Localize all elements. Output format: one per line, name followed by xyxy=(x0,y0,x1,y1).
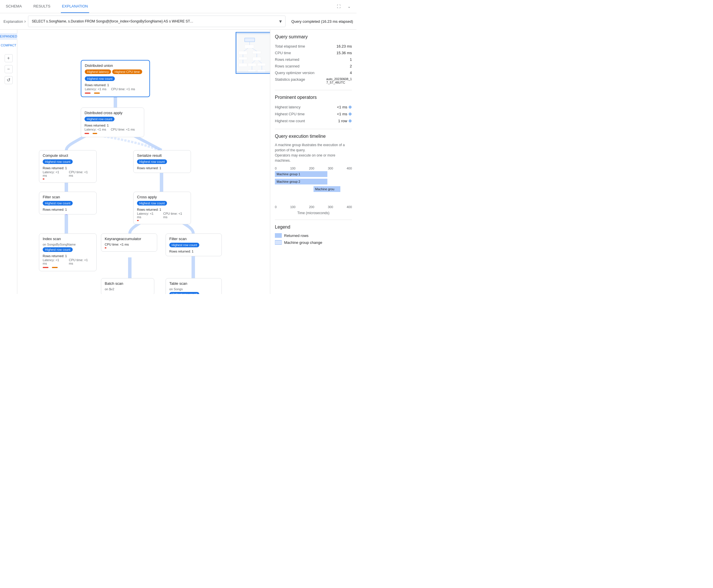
badge-is-row: Highest row count xyxy=(43,247,73,252)
zoom-out-btn[interactable]: − xyxy=(5,65,13,73)
stat-total-elapsed: Total elapsed time 16.23 ms xyxy=(275,43,352,49)
compact-view-btn[interactable]: COMPACT xyxy=(0,42,19,49)
zoom-reset-btn[interactable]: ↺ xyxy=(5,76,13,84)
node-is-subtitle: on SongsBySongName xyxy=(43,243,93,246)
svg-line-27 xyxy=(252,48,257,51)
timeline-x-axis-bottom: 0100200300400 xyxy=(275,205,352,209)
node-sr-rows: Rows returned: 1 xyxy=(137,166,187,170)
node-du-timing: Latency: <1 ms CPU time: <1 ms xyxy=(85,87,146,91)
svg-rect-16 xyxy=(239,51,247,55)
node-cs-rows: Rows returned: 1 xyxy=(43,166,93,170)
timeline-bar-1: Machine group 1 xyxy=(275,171,352,177)
tab-schema[interactable]: SCHEMA xyxy=(5,0,23,13)
node-cross-apply[interactable]: Cross apply Highest row count Rows retur… xyxy=(133,192,191,224)
legend-returned-rows: Returned rows xyxy=(275,233,352,238)
timeline-bar-2: Machine group 2 xyxy=(275,179,352,185)
tab-results[interactable]: RESULTS xyxy=(32,0,52,13)
stat-optimizer-version: Query optimizer version 4 xyxy=(275,69,352,76)
svg-rect-21 xyxy=(248,63,256,66)
zoom-in-btn[interactable]: + xyxy=(5,54,13,62)
badge-fs1-row: Highest row count xyxy=(43,201,73,206)
node-is-timing: Latency: <1 ms CPU time: <1 ms xyxy=(43,258,93,265)
query-text: SELECT s.SongName, s.Duration FROM Songs… xyxy=(32,19,193,23)
stat-stats-package-label: Statistics package xyxy=(275,77,305,84)
node-dca-timing: Latency: <1 ms CPU time: <1 ms xyxy=(84,128,141,131)
op-highest-row-value: 1 row ⊕ xyxy=(338,119,352,123)
query-status: Query completed (16.23 ms elapsed) xyxy=(291,19,353,24)
badge-dca-row: Highest row count xyxy=(84,117,115,121)
op-highest-cpu-label: Highest CPU time xyxy=(275,112,305,116)
node-is-title: Index scan xyxy=(43,237,93,241)
stat-stats-package-value: auto_20230608_17_57_46UTC xyxy=(326,77,352,84)
op-highest-row-link[interactable]: ⊕ xyxy=(348,119,352,123)
node-dca-title: Distributed cross apply xyxy=(84,111,141,115)
badge-fs2-row: Highest row count xyxy=(169,243,199,247)
node-distributed-cross-apply[interactable]: Distributed cross apply Highest row coun… xyxy=(81,107,144,137)
node-filter-scan-1[interactable]: Filter scan Highest row count Rows retur… xyxy=(39,192,97,214)
svg-rect-20 xyxy=(239,63,247,67)
expanded-view-btn[interactable]: EXPANDED xyxy=(0,33,20,40)
stat-total-elapsed-value: 16.23 ms xyxy=(337,44,352,48)
node-du-rows: Rows returned: 1 xyxy=(85,83,146,87)
node-dca-rows: Rows returned: 1 xyxy=(84,124,141,127)
badge-highest-latency: Highest latency xyxy=(85,69,111,74)
query-dropdown-icon[interactable]: ▾ xyxy=(279,18,282,24)
prominent-operators-section: Prominent operators Highest latency <1 m… xyxy=(275,95,352,124)
legend-machine-group-icon xyxy=(275,240,282,245)
breadcrumb[interactable]: Explanation › xyxy=(3,19,26,24)
tab-bar: SCHEMA RESULTS EXPLANATION ⛶ ⌄ xyxy=(0,0,356,13)
stat-total-elapsed-label: Total elapsed time xyxy=(275,44,305,48)
node-keyrange-accumulator[interactable]: Keyrangeaccumulator CPU time: <1 ms xyxy=(101,233,157,252)
badge-ts-row: Highest row count xyxy=(169,292,199,294)
badge-highest-cpu: Highest CPU time xyxy=(112,69,142,74)
op-highest-latency-link[interactable]: ⊕ xyxy=(348,105,352,109)
node-ts-title: Table scan xyxy=(169,281,218,286)
stat-cpu-time-value: 15.36 ms xyxy=(337,51,352,55)
op-highest-row: Highest row count 1 row ⊕ xyxy=(275,117,352,124)
node-fs1-rows: Rows returned: 1 xyxy=(43,208,93,211)
node-ts-subtitle: on Songs xyxy=(169,287,218,291)
stat-rows-returned: Rows returned 1 xyxy=(275,56,352,63)
node-index-scan[interactable]: Index scan on SongsBySongName Highest ro… xyxy=(39,233,97,271)
divider-3 xyxy=(275,219,352,220)
query-summary-title: Query summary xyxy=(275,34,352,40)
node-batch-scan[interactable]: Batch scan on $v2 xyxy=(101,278,154,294)
breadcrumb-arrow: › xyxy=(24,19,26,24)
node-serialize-result[interactable]: Serialize result Highest row count Rows … xyxy=(133,150,191,173)
svg-rect-15 xyxy=(245,45,254,48)
query-bar: Explanation › SELECT s.SongName, s.Durat… xyxy=(0,13,356,30)
divider-2 xyxy=(275,129,352,129)
node-distributed-union[interactable]: Distributed union Highest latency Highes… xyxy=(81,60,150,97)
svg-rect-23 xyxy=(248,70,256,72)
op-highest-cpu-link[interactable]: ⊕ xyxy=(348,111,352,116)
right-panel: Query summary Total elapsed time 16.23 m… xyxy=(270,30,356,294)
timeline-bar-2-label: Machine group 2 xyxy=(275,180,302,183)
legend-machine-group-label: Machine group change xyxy=(284,240,322,245)
minimap-svg xyxy=(236,33,270,73)
op-highest-row-label: Highest row count xyxy=(275,119,305,123)
node-kra-cpu: CPU time: <1 ms xyxy=(105,243,154,246)
stat-rows-scanned-value: 2 xyxy=(350,64,352,68)
node-cs-timing: Latency: <1 ms CPU time: <1 ms xyxy=(43,170,93,177)
expand-icon[interactable]: ⛶ xyxy=(336,4,342,9)
node-filter-scan-2[interactable]: Filter scan Highest row count Rows retur… xyxy=(166,233,222,256)
legend-title: Legend xyxy=(275,225,352,230)
chevron-down-icon[interactable]: ⌄ xyxy=(346,4,352,9)
svg-rect-19 xyxy=(253,57,261,61)
timeline-bar-3-label: Machine grou xyxy=(313,187,336,191)
op-highest-latency-value: <1 ms ⊕ xyxy=(337,105,352,109)
query-select[interactable]: SELECT s.SongName, s.Duration FROM Songs… xyxy=(28,16,286,27)
stat-rows-scanned-label: Rows scanned xyxy=(275,64,299,68)
node-table-scan[interactable]: Table scan on Songs Highest row count Ro… xyxy=(166,278,222,294)
badge-highest-row: Highest row count xyxy=(85,77,115,81)
svg-line-26 xyxy=(244,48,248,51)
node-compute-struct[interactable]: Compute struct Highest row count Rows re… xyxy=(39,150,97,183)
node-is-rows: Rows returned: 1 xyxy=(43,254,93,258)
minimap[interactable] xyxy=(236,32,270,74)
breadcrumb-label: Explanation xyxy=(3,19,23,24)
tab-explanation[interactable]: EXPLANATION xyxy=(61,0,89,13)
node-ca-title: Cross apply xyxy=(137,195,187,199)
node-bs-subtitle: on $v2 xyxy=(105,287,150,291)
stat-rows-returned-value: 1 xyxy=(350,57,352,62)
svg-line-31 xyxy=(252,61,255,63)
